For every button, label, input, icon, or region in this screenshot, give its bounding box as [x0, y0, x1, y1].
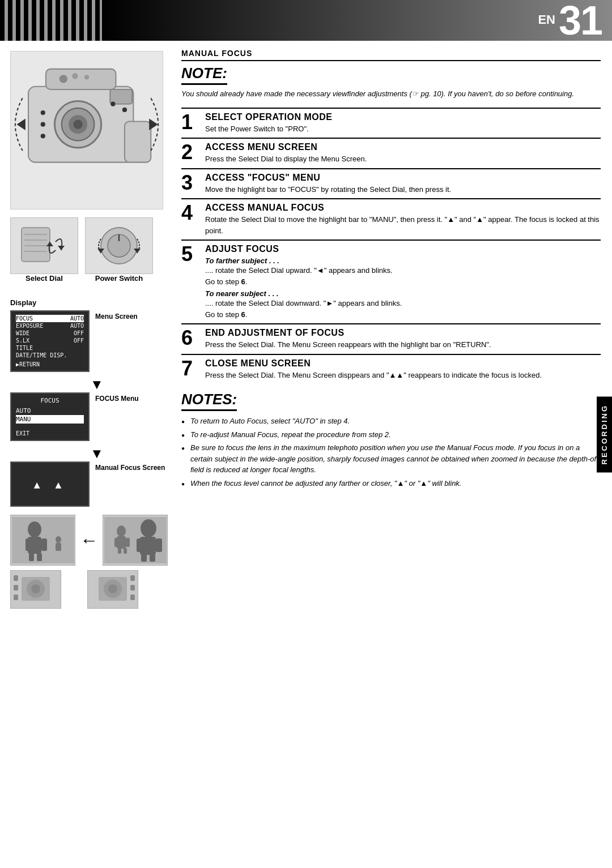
step-1-content: SELECT OPERATION MODE Set the Power Swit… — [205, 112, 601, 135]
step-6-content: END ADJUSTMENT OF FOCUS Press the Select… — [205, 328, 601, 350]
step-4-number: 4 — [181, 203, 203, 223]
menu-row-slx: S.LX OFF — [16, 337, 84, 344]
svg-rect-62 — [130, 595, 135, 600]
svg-point-13 — [41, 134, 45, 138]
step-2-title: ACCESS MENU SCREEN — [205, 142, 601, 152]
manual-focus-box: ▲ ▲ — [10, 461, 90, 507]
svg-point-46 — [141, 519, 156, 537]
step-7-title: CLOSE MENU SCREEN — [205, 358, 601, 369]
left-column: Select Dial — [0, 41, 176, 619]
step-5-body2: .... rotate the Select Dial downward. "►… — [205, 298, 601, 320]
display-section: Display FOCUS AUTO EXPOSURE AUTO WIDE OF… — [10, 298, 168, 507]
exit-label: EXIT — [16, 430, 84, 437]
step-4-title: ACCESS MANUAL FOCUS — [205, 203, 601, 213]
step-6-title: END ADJUSTMENT OF FOCUS — [205, 328, 601, 338]
svg-rect-61 — [130, 585, 135, 591]
step-6-body: Press the Select Dial. The Menu Screen r… — [205, 339, 601, 350]
svg-rect-60 — [130, 575, 135, 581]
svg-point-9 — [84, 75, 89, 79]
step-5-sub1: To farther subject . . . — [205, 256, 601, 265]
svg-rect-35 — [29, 553, 34, 561]
svg-rect-50 — [141, 554, 147, 562]
select-dial-item: Select Dial — [10, 217, 78, 288]
step-6-number: 6 — [181, 328, 203, 348]
display-title: Display — [10, 298, 168, 307]
film-frame-row — [10, 570, 168, 609]
svg-rect-45 — [124, 548, 127, 554]
step-5-title: ADJUST FOCUS — [205, 244, 601, 254]
svg-point-37 — [56, 536, 61, 543]
camera-illustration — [10, 51, 163, 209]
header-en-label: EN — [538, 12, 555, 27]
svg-point-31 — [28, 521, 41, 537]
step-3-title: ACCESS "FOCUS" MENU — [205, 173, 601, 183]
svg-rect-6 — [46, 69, 116, 89]
svg-rect-49 — [156, 538, 162, 552]
note-item-4: When the focus level cannot be adjusted … — [181, 478, 601, 489]
note-text: You should already have made the necessa… — [181, 88, 601, 100]
svg-rect-51 — [150, 554, 155, 562]
power-switch-illustration — [85, 217, 153, 274]
svg-rect-53 — [14, 575, 18, 581]
svg-point-65 — [108, 584, 117, 593]
step-7-body: Press the Select Dial. The Menu Screen d… — [205, 370, 601, 381]
svg-point-11 — [41, 110, 45, 115]
step-4-body: Rotate the Select Dial to move the highl… — [205, 214, 601, 236]
right-column: MANUAL FOCUS NOTE: You should already ha… — [176, 41, 612, 619]
notes-list: To return to Auto Focus, select "AUTO" i… — [181, 416, 601, 489]
arrow-right-icon: ← — [80, 530, 98, 551]
svg-marker-23 — [58, 246, 65, 250]
step-3-body: Move the highlight bar to "FOCUS" by rot… — [205, 184, 601, 195]
film-frame-right — [87, 570, 138, 609]
arrow-down-2: ▼ — [26, 447, 168, 460]
svg-point-15 — [122, 108, 127, 112]
step-5-content: ADJUST FOCUS To farther subject . . . ..… — [205, 244, 601, 320]
step-3-content: ACCESS "FOCUS" MENU Move the highlight b… — [205, 173, 601, 195]
svg-point-40 — [117, 525, 126, 537]
svg-marker-17 — [149, 118, 158, 130]
menu-screen-container: FOCUS AUTO EXPOSURE AUTO WIDE OFF S.LX O… — [10, 310, 168, 372]
section-header: MANUAL FOCUS — [181, 49, 601, 61]
step-3: 3 ACCESS "FOCUS" MENU Move the highlight… — [181, 168, 601, 199]
svg-marker-16 — [16, 118, 25, 130]
step-5-number: 5 — [181, 244, 203, 264]
select-dial-label: Select Dial — [26, 274, 63, 283]
svg-rect-18 — [22, 228, 50, 262]
svg-rect-48 — [137, 538, 143, 552]
svg-point-8 — [72, 73, 78, 79]
focus-auto-item: AUTO — [16, 407, 84, 415]
focus-menu-box: FOCUS AUTO MANU EXIT — [10, 392, 90, 441]
header-stripes — [0, 0, 102, 41]
menu-screen-box: FOCUS AUTO EXPOSURE AUTO WIDE OFF S.LX O… — [10, 310, 90, 372]
step-1-title: SELECT OPERATION MODE — [205, 112, 601, 122]
svg-rect-10 — [125, 122, 151, 163]
page-number: 31 — [559, 0, 602, 41]
step-4: 4 ACCESS MANUAL FOCUS Rotate the Select … — [181, 198, 601, 240]
svg-point-14 — [110, 102, 115, 106]
camera-svg — [11, 52, 163, 209]
svg-rect-54 — [14, 585, 18, 591]
menu-row-wide: WIDE OFF — [16, 330, 84, 337]
step-1-number: 1 — [181, 112, 203, 132]
menu-row-title: TITLE — [16, 344, 84, 352]
arrow-down-1: ▼ — [26, 378, 168, 391]
manual-focus-screen-label: Manual Focus Screen — [95, 461, 165, 472]
svg-rect-34 — [41, 538, 47, 551]
focus-manu-item: MANU — [16, 415, 84, 424]
menu-row-datetime: DATE/TIME DISP. — [16, 352, 84, 359]
svg-rect-36 — [37, 553, 42, 561]
step-4-content: ACCESS MANUAL FOCUS Rotate the Select Di… — [205, 203, 601, 236]
manual-focus-container: ▲ ▲ Manual Focus Screen — [10, 461, 168, 507]
manual-focus-symbols: ▲ ▲ — [34, 478, 66, 490]
svg-rect-55 — [14, 595, 18, 600]
step-6: 6 END ADJUSTMENT OF FOCUS Press the Sele… — [181, 323, 601, 354]
select-dial-illustration — [10, 217, 78, 274]
subject-far-image — [10, 515, 75, 566]
focus-menu-label: FOCUS Menu — [95, 392, 139, 403]
bottom-images-row: ← — [10, 515, 168, 566]
step-2: 2 ACCESS MENU SCREEN Press the Select Di… — [181, 138, 601, 168]
step-7-content: CLOSE MENU SCREEN Press the Select Dial.… — [205, 358, 601, 381]
note-item-2: To re-adjust Manual Focus, repeat the pr… — [181, 429, 601, 441]
power-switch-label: Power Switch — [95, 274, 143, 283]
recording-sidebar-label: RECORDING — [597, 396, 612, 472]
